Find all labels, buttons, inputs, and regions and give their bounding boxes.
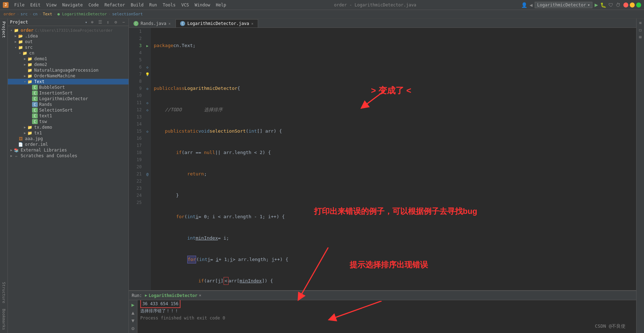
rerun-button[interactable]: ▶ <box>130 302 136 308</box>
tree-item-demo2[interactable]: ▶ 📁 demo2 <box>8 62 129 67</box>
gutter-9-bookmark[interactable]: ◇ <box>144 85 151 92</box>
settings-icon[interactable]: ⚙ <box>113 19 119 25</box>
line-num-11: 11 <box>130 99 142 106</box>
bookmarks-tab-vertical[interactable]: Bookmarks <box>1 306 7 333</box>
gutter-18 <box>144 149 151 156</box>
line-num-12: 12 <box>130 106 142 113</box>
tab-logarithmicdetector[interactable]: C LogarithmicDetector.java × <box>176 19 258 27</box>
tree-item-insertionsort[interactable]: C InsertionSort <box>8 90 129 96</box>
stop-button[interactable]: ▲ <box>130 309 136 316</box>
menu-window[interactable]: Window <box>192 0 213 10</box>
menu-view[interactable]: View <box>43 0 59 10</box>
debug-icon[interactable]: 🐛 <box>600 2 606 8</box>
structure-tab-vertical[interactable]: Structure <box>1 279 7 306</box>
tree-item-text1[interactable]: C text1 <box>8 113 129 119</box>
run-icon[interactable]: ▶ <box>595 1 598 8</box>
menu-file[interactable]: File <box>11 0 27 10</box>
menu-bar: J File Edit View Navigate Code Refactor … <box>0 0 644 10</box>
gutter-3-run[interactable]: ▶ <box>144 42 151 49</box>
collapse-all-icon[interactable]: ☰ <box>97 19 103 25</box>
gutter-7-bulb[interactable]: 💡 <box>144 71 151 78</box>
right-btn-1[interactable]: ≡ <box>638 20 643 26</box>
tab-rands[interactable]: C Rands.java × <box>129 19 175 27</box>
run-tab-close[interactable]: × <box>199 293 201 298</box>
tree-item-src[interactable]: ▾ 📁 src <box>8 45 129 50</box>
bc-text[interactable]: Text <box>43 12 52 16</box>
tree-item-out[interactable]: ▶ 📁 out <box>8 39 129 45</box>
run-config-selector[interactable]: LogarithmicDetector ▾ <box>535 2 593 8</box>
run-config-tab[interactable]: ▶ LogarithmicDetector × <box>145 293 201 298</box>
tree-item-bubblesort[interactable]: C BubbleSort <box>8 84 129 90</box>
back-icon[interactable]: ◀ <box>529 2 532 8</box>
maximize-button[interactable] <box>636 2 641 7</box>
settings-run-button[interactable]: ⚙ <box>130 325 136 332</box>
tree-item-nlp[interactable]: 📁 NaturalLanguageProcession <box>8 67 129 73</box>
tree-item-logarithmicdetector[interactable]: C LogarithmicDetector <box>8 96 129 102</box>
gutter-12-bookmark[interactable]: ◇ <box>144 106 151 113</box>
tree-item-tx1[interactable]: ▶ 📁 tx1 <box>8 130 129 136</box>
gutter-21-at[interactable]: @ <box>144 170 151 178</box>
tree-item-idea[interactable]: ▶ 📂 .idea <box>8 33 129 39</box>
menu-build[interactable]: Build <box>128 0 146 10</box>
gutter-11-bookmark[interactable]: ◇ <box>144 99 151 106</box>
menu-refactor[interactable]: Refactor <box>101 0 128 10</box>
tree-label-orderiml: order.iml <box>25 142 48 147</box>
tab-rands-close[interactable]: × <box>168 22 171 26</box>
sort-icon[interactable]: ↕ <box>105 19 111 25</box>
locate-icon[interactable]: ⊕ <box>89 19 95 25</box>
right-btn-2[interactable]: ◻ <box>638 27 643 33</box>
tree-item-orderiml[interactable]: 📄 order.iml <box>8 142 129 147</box>
output-line-3: Process finished with exit code 0 <box>140 314 225 322</box>
project-tab-vertical[interactable]: Project <box>1 19 7 41</box>
output-highlighted: 36 433 654 156 <box>140 300 180 308</box>
run-config-name: LogarithmicDetector <box>537 2 586 7</box>
menu-vcs[interactable]: VCS <box>178 0 192 10</box>
right-btn-3[interactable]: ⊞ <box>638 34 643 40</box>
tree-item-cn[interactable]: ▾ 📁 cn <box>8 50 129 56</box>
tree-item-onm[interactable]: ▶ 📁 OrderNameMachine <box>8 73 129 79</box>
scroll-end-button[interactable]: ▼ <box>130 317 136 324</box>
menu-help[interactable]: Help <box>213 0 229 10</box>
close-sidebar-icon[interactable]: − <box>121 19 126 25</box>
gutter-6-bookmark[interactable]: ◇ <box>144 63 151 71</box>
bc-class[interactable]: ● LogarithmicDetector <box>57 12 107 16</box>
line-num-3: 3 <box>130 42 142 49</box>
tree-item-tsw[interactable]: C tsw <box>8 119 129 124</box>
tree-item-rands[interactable]: C Rands <box>8 102 129 107</box>
bc-method[interactable]: selectionSort <box>112 12 143 16</box>
tree-item-order[interactable]: ▾ 📁 order C:\Users\17331\IdeaProjects\or… <box>8 27 129 33</box>
menu-navigate[interactable]: Navigate <box>59 0 86 10</box>
tab-log-close[interactable]: × <box>251 22 253 26</box>
user-icon[interactable]: 👤 <box>521 2 527 8</box>
bc-cn[interactable]: cn <box>33 12 37 16</box>
tree-item-scratches[interactable]: ▶ ✏ Scratches and Consoles <box>8 153 129 159</box>
watermark: CSDN @不良使 <box>595 323 625 329</box>
coverage-icon[interactable]: 🛡 <box>608 2 613 8</box>
tree-item-demo1[interactable]: ▶ 📁 demo1 <box>8 56 129 62</box>
close-button[interactable] <box>623 2 628 7</box>
minimize-button[interactable] <box>630 2 635 7</box>
menu-code[interactable]: Code <box>86 0 102 10</box>
tree-item-aaajpg[interactable]: 🖼 aaa.jpg <box>8 136 129 142</box>
gutter-20 <box>144 163 151 170</box>
profile-icon[interactable]: ⏱ <box>616 2 621 8</box>
demo1-folder-icon: 📁 <box>27 56 33 61</box>
menu-tools[interactable]: Tools <box>160 0 178 10</box>
tree-item-selectionsort[interactable]: C SelectionSort <box>8 107 129 113</box>
bc-src[interactable]: src <box>21 12 28 16</box>
bc-order[interactable]: order <box>4 12 15 16</box>
tree-label-order: order <box>21 28 33 33</box>
gutter-15-bookmark[interactable]: ◇ <box>144 128 151 135</box>
menu-run[interactable]: Run <box>146 0 160 10</box>
code-content[interactable]: package cn.Text; public class Logarithmi… <box>151 28 636 290</box>
gutter-5 <box>144 56 151 63</box>
tree-item-extlibs[interactable]: ▶ 📚 External Libraries <box>8 147 129 153</box>
tree-label-txdemo: tx.demo <box>34 125 52 130</box>
code-line-12: if (arr[j] < arr[minIndex]) { <box>154 277 633 285</box>
tree-item-text[interactable]: ▾ 📁 Text <box>8 79 129 84</box>
expand-icon: ▶ <box>23 57 27 61</box>
code-line-9: for (int i = 0; i < arr.length - 1; i++)… <box>154 213 633 220</box>
code-editor[interactable]: 1 2 3 4 5 6 7 8 9 10 11 12 13 14 15 16 1… <box>129 28 636 290</box>
tree-item-txdemo[interactable]: ▶ 📁 tx.demo <box>8 124 129 130</box>
menu-edit[interactable]: Edit <box>27 0 43 10</box>
